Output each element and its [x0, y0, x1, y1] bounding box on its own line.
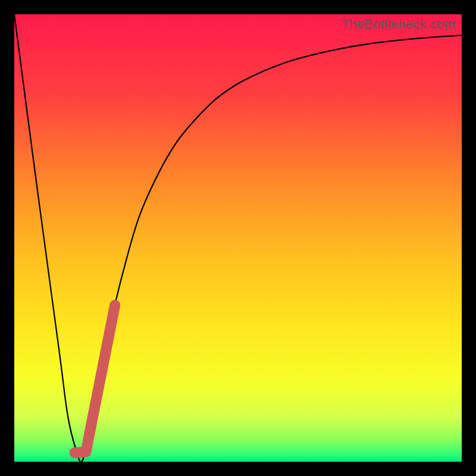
- chart-svg: [14, 14, 462, 462]
- plot-area: TheBottleneck.com: [14, 14, 462, 462]
- watermark-text: TheBottleneck.com: [342, 17, 456, 32]
- highlight-marker: [75, 305, 115, 453]
- bottleneck-curve: [14, 14, 462, 462]
- chart-frame: TheBottleneck.com: [0, 0, 476, 476]
